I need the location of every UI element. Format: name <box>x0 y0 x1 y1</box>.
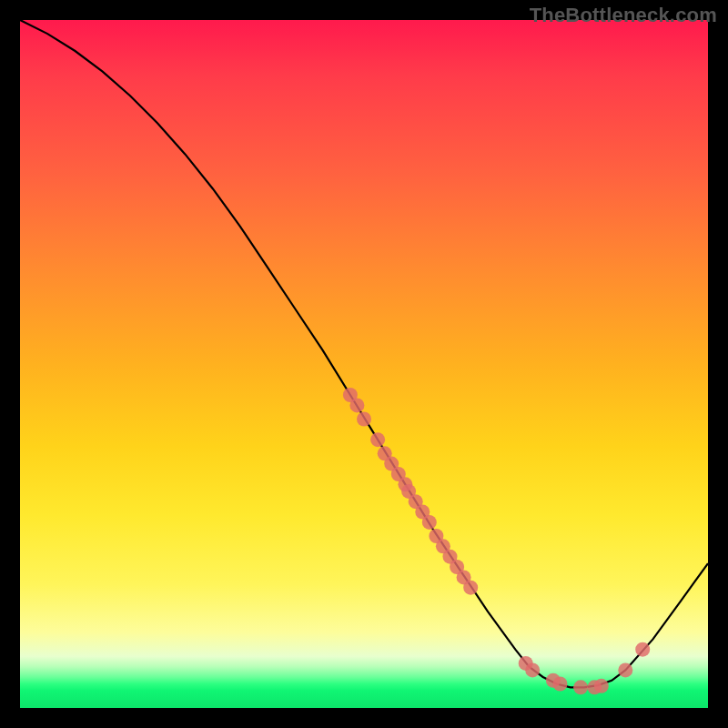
data-point <box>618 662 632 677</box>
data-point <box>594 679 609 693</box>
data-point <box>370 432 385 447</box>
chart-frame: TheBottleneck.com <box>0 0 728 728</box>
plot-area <box>20 20 708 708</box>
bottleneck-curve <box>20 20 708 687</box>
data-point <box>357 412 371 427</box>
data-points-group <box>343 388 650 694</box>
chart-svg <box>20 20 708 708</box>
data-point <box>463 581 478 595</box>
data-point <box>422 515 437 530</box>
data-point <box>525 662 540 677</box>
data-point <box>553 677 568 692</box>
data-point <box>349 398 364 412</box>
watermark-text: TheBottleneck.com <box>530 4 717 27</box>
data-point <box>573 680 588 694</box>
data-point <box>635 642 650 657</box>
